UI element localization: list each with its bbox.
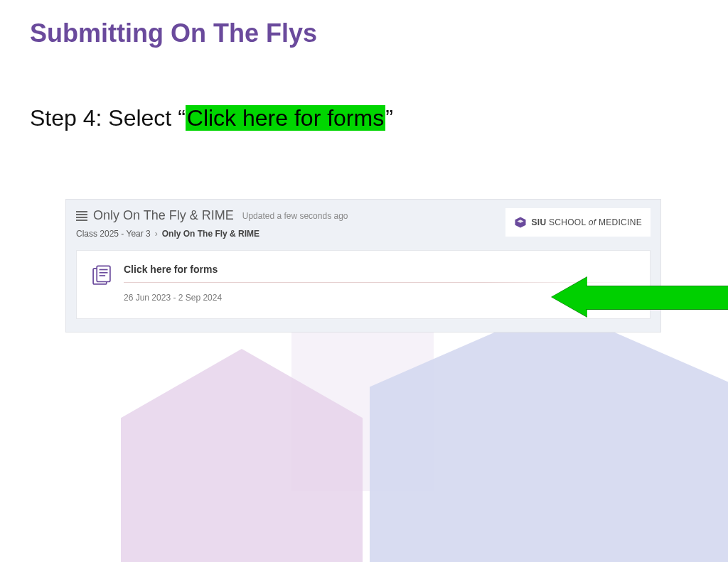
siu-logo: SIU SCHOOL of MEDICINE	[505, 208, 651, 237]
hexagon-logo-icon	[514, 216, 527, 229]
siu-logo-text: SIU SCHOOL of MEDICINE	[531, 217, 642, 227]
breadcrumb-root[interactable]: Class 2025 - Year 3	[76, 229, 151, 239]
panel-updated: Updated a few seconds ago	[242, 211, 348, 221]
breadcrumb-current: Only On The Fly & RIME	[162, 229, 259, 239]
chevron-right-icon: ›	[155, 229, 158, 239]
form-icon	[90, 264, 114, 288]
list-icon	[76, 211, 87, 221]
svg-rect-7	[97, 266, 110, 281]
page-title: Submitting On The Flys	[30, 18, 317, 48]
step-instruction: Step 4: Select “Click here for forms”	[30, 105, 393, 131]
slide: Submitting On The Flys Step 4: Select “C…	[0, 0, 728, 562]
step-highlight: Click here for forms	[186, 105, 385, 131]
step-prefix: Step 4: Select “	[30, 105, 186, 131]
svg-rect-0	[76, 211, 87, 212]
panel-title: Only On The Fly & RIME	[93, 208, 234, 223]
svg-rect-2	[76, 217, 87, 218]
step-suffix: ”	[385, 105, 393, 131]
breadcrumb: Class 2025 - Year 3 › Only On The Fly & …	[76, 229, 348, 239]
svg-rect-1	[76, 214, 87, 215]
svg-rect-3	[76, 220, 87, 221]
